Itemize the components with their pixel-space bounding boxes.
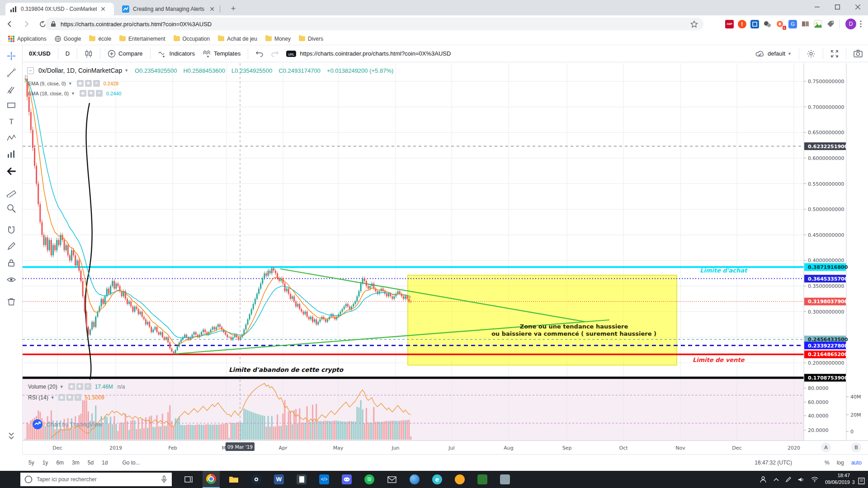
chart-style-button[interactable] (81, 49, 96, 58)
volume-label[interactable]: Volume (20) (28, 384, 57, 390)
redo-button[interactable] (267, 51, 283, 57)
pen-icon[interactable] (785, 476, 792, 483)
tab-cointrader[interactable]: 0.319804 0X:USD - CoinMarketCa ✕ (5, 3, 114, 15)
green-app-icon[interactable] (474, 471, 491, 488)
gear-icon[interactable]: ✱ (66, 394, 73, 401)
spheres-extension-icon[interactable] (763, 20, 772, 28)
layout-button[interactable]: default▼ (751, 50, 795, 57)
tradingview-attribution[interactable]: Chart by TradingView (33, 419, 102, 429)
taskbar-search[interactable]: Taper ici pour rechercher (20, 473, 172, 486)
bookmark-folder-ecole[interactable]: école (89, 36, 111, 42)
magnet-tool-icon[interactable] (6, 225, 17, 236)
zoom-tool-icon[interactable] (6, 203, 17, 214)
text-tool-icon[interactable]: T (6, 117, 17, 127)
shapes-tool-icon[interactable] (6, 100, 17, 111)
gear-icon[interactable]: ✱ (76, 383, 83, 390)
fullscreen-button[interactable] (827, 50, 842, 58)
symbol-button[interactable]: 0X:USD (25, 50, 54, 57)
pitchfork-tool-icon[interactable] (6, 84, 17, 95)
range-1d-button[interactable]: 1d (98, 460, 112, 466)
wifi-icon[interactable] (811, 477, 818, 482)
eye-tool-icon[interactable] (6, 274, 17, 285)
price-chart[interactable]: Zone ou une tendance haussiereou baissie… (23, 63, 868, 454)
notification-center-icon[interactable]: 3 (858, 474, 865, 485)
auto-scale-button[interactable]: auto (851, 460, 862, 466)
file-explorer-icon[interactable] (225, 471, 242, 488)
ema18-label[interactable]: EMA (18, close, 0) (28, 91, 69, 96)
chrome-menu-icon[interactable] (860, 20, 862, 28)
ruler-tool-icon[interactable] (6, 187, 17, 197)
mail-icon[interactable] (383, 471, 401, 488)
chevron-down-icon[interactable]: ▼ (68, 81, 72, 86)
gear-icon[interactable]: ✱ (88, 90, 94, 97)
crosshair-tool-icon[interactable] (6, 51, 17, 61)
lock-tool-icon[interactable] (6, 258, 17, 268)
bookmark-folder-money[interactable]: Money (265, 36, 291, 42)
rsi-label[interactable]: RSI (14) (28, 394, 48, 401)
log-scale-button[interactable]: log (837, 460, 844, 466)
bookmark-folder-divers[interactable]: Divers (299, 36, 323, 42)
eye-icon[interactable]: ◉ (58, 394, 65, 401)
range-6m-button[interactable]: 6m (52, 460, 68, 466)
templates-button[interactable]: Templates (198, 50, 244, 58)
edit-tool-icon[interactable] (6, 241, 17, 252)
pricetag-extension-icon[interactable] (826, 20, 835, 28)
ema9-label[interactable]: EMA (9, close, 0) (28, 81, 66, 86)
task-view-icon[interactable] (180, 471, 197, 488)
close-icon[interactable]: ✕ (75, 394, 81, 401)
trash-tool-icon[interactable] (6, 296, 17, 307)
range-5d-button[interactable]: 5d (84, 460, 98, 466)
antivirus-extension-icon[interactable]: 1 (776, 20, 784, 28)
trendline-tool-icon[interactable] (6, 67, 17, 78)
window-maximize-button[interactable] (827, 0, 848, 14)
tab-close-icon[interactable]: ✕ (100, 5, 106, 13)
chrome-taskbar-icon[interactable] (203, 471, 220, 488)
new-tab-button[interactable]: + (227, 3, 240, 15)
utc-clock[interactable]: 16:47:32 (UTC) (755, 460, 792, 466)
indicators-button[interactable]: Indicators (154, 50, 198, 58)
bookmark-star-icon[interactable] (690, 20, 698, 28)
pattern-tool-icon[interactable] (6, 132, 17, 143)
eye-icon[interactable]: ◉ (68, 383, 75, 390)
undo-button[interactable] (252, 51, 267, 57)
chevron-up-icon[interactable] (774, 478, 779, 481)
object-tree-icon[interactable] (6, 431, 17, 441)
close-icon[interactable]: ✕ (96, 90, 103, 97)
adblock-extension-icon[interactable]: ABP (725, 20, 734, 28)
eye-icon[interactable]: ◉ (80, 90, 86, 97)
forward-icon[interactable] (20, 18, 33, 30)
window-close-button[interactable] (848, 0, 868, 14)
close-icon[interactable]: ✕ (85, 383, 91, 390)
collapse-legend-icon[interactable]: − (27, 67, 34, 74)
photos-extension-icon[interactable] (814, 20, 822, 28)
legend-symbol-title[interactable]: 0x/Dollar, 1D, CoinMarketCap (38, 67, 122, 74)
url-field[interactable]: https://charts.cointrader.pro/charts.htm… (45, 18, 703, 30)
translate-extension-icon[interactable]: G (788, 20, 797, 28)
chevron-down-icon[interactable]: ▼ (60, 385, 64, 389)
chevron-down-icon[interactable]: ▼ (71, 91, 75, 96)
notes-app-icon[interactable] (293, 471, 310, 488)
taskbar-clock[interactable]: 18:47 09/06/2019 (825, 472, 850, 486)
interval-button[interactable]: D (62, 50, 73, 57)
steam-icon[interactable] (248, 471, 265, 488)
range-5y-button[interactable]: 5y (24, 460, 38, 466)
chevron-down-icon[interactable]: ▼ (124, 68, 128, 73)
snapshot-button[interactable] (850, 50, 866, 57)
range-1y-button[interactable]: 1y (38, 460, 52, 466)
volume-icon[interactable] (798, 477, 805, 483)
axis-button-B[interactable]: B (851, 442, 861, 452)
percent-scale-button[interactable]: % (825, 460, 830, 466)
gray-app-icon[interactable] (496, 471, 514, 488)
share-url-field[interactable]: URL https://charts.cointrader.pro/charts… (283, 50, 454, 57)
bookmark-folder-achat-de-jeu[interactable]: Achat de jeu (218, 36, 257, 42)
back-arrow-icon[interactable] (6, 165, 17, 176)
edge-icon[interactable]: e (429, 471, 446, 488)
discord-icon[interactable] (338, 471, 355, 488)
eye-icon[interactable]: ◉ (77, 80, 84, 87)
antivirus-app-icon[interactable] (451, 471, 468, 488)
profile-avatar[interactable]: D (845, 19, 856, 29)
range-3m-button[interactable]: 3m (68, 460, 84, 466)
warning-extension-icon[interactable]: ! (738, 20, 746, 28)
bookmark-folder-entertainement[interactable]: Entertainement (119, 36, 165, 42)
back-icon[interactable] (4, 18, 16, 30)
